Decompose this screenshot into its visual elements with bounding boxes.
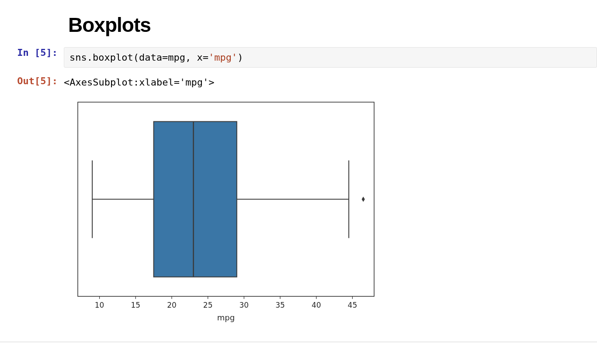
xtick-label: 10 [95,301,104,309]
divider [0,342,597,342]
xtick-label: 20 [167,301,177,309]
output-text: <AxesSubplot:xlabel='mpg'> [64,76,214,88]
outlier-point [362,197,365,202]
boxplot-chart: 1015202530354045mpg [68,100,597,329]
code-string-token: 'mpg' [208,52,237,63]
code-token: ) [237,52,243,63]
xlabel: mpg [217,313,235,322]
xtick-label: 45 [348,301,358,309]
xtick-label: 40 [312,301,321,309]
page-title: Boxplots [68,13,597,37]
out-prompt: Out[5]: [0,76,64,86]
box [154,122,237,277]
xtick-label: 35 [275,301,285,309]
xtick-label: 30 [239,301,249,309]
code-token: sns.boxplot(data=mpg, x= [69,52,208,63]
code-cell-output-row: Out[5]: <AxesSubplot:xlabel='mpg'> [0,76,597,88]
xtick-label: 25 [203,301,213,309]
code-cell-input-row: In [5]: sns.boxplot(data=mpg, x='mpg') [0,47,597,68]
code-input[interactable]: sns.boxplot(data=mpg, x='mpg') [64,47,597,68]
xtick-label: 15 [131,301,140,309]
in-prompt: In [5]: [0,47,64,58]
chart-svg: 1015202530354045mpg [68,100,383,327]
